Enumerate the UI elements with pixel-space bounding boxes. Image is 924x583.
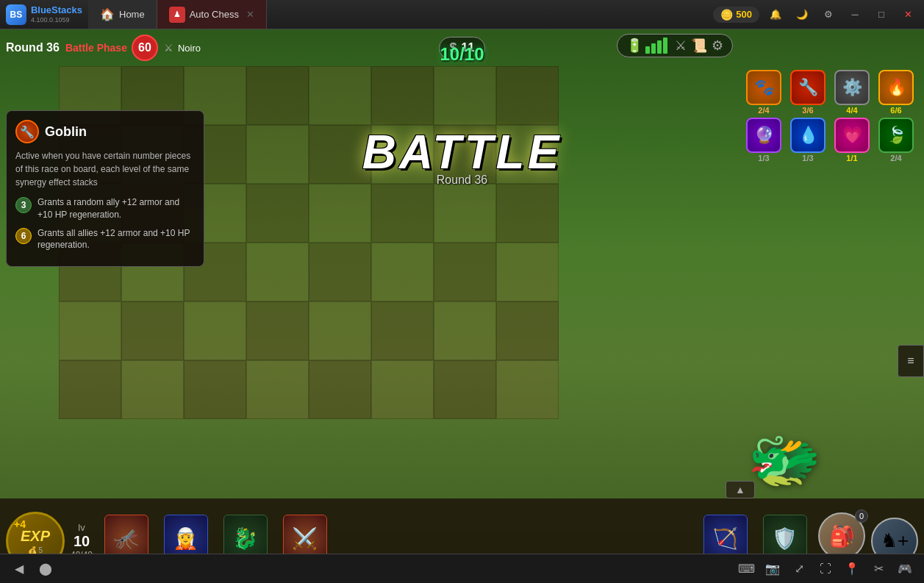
board-cell	[309, 243, 371, 301]
piece-count: 10/10	[440, 44, 484, 65]
battle-overlay: BATTLE Round 36	[362, 125, 562, 187]
minimize-btn[interactable]: ─	[845, 4, 865, 25]
board-cell	[59, 301, 121, 360]
settings-btn[interactable]: ⚙	[818, 4, 839, 25]
board-cell	[309, 184, 371, 243]
exp-label: EXP	[21, 528, 50, 545]
coins-display: 🪙 500	[713, 7, 759, 23]
screenshot-button[interactable]: 📷	[762, 559, 783, 579]
synergy-healer-icon: 💗	[834, 118, 870, 153]
home-icon: 🏠	[100, 7, 115, 21]
swords-icon: ⚔	[675, 37, 687, 54]
gamepad-button[interactable]: 🎮	[895, 559, 915, 579]
collapse-button[interactable]: ▲	[726, 481, 755, 498]
synergy-healer-count: 1/1	[846, 154, 857, 162]
board-cell	[246, 125, 309, 184]
board-cell	[184, 360, 246, 419]
board-cell	[496, 66, 559, 125]
inventory-count: 0	[855, 509, 868, 523]
close-btn[interactable]: ✕	[898, 4, 918, 25]
board-cell	[496, 360, 559, 419]
synergy-beast[interactable]: 🐾 2/4	[743, 70, 784, 115]
back-button[interactable]: ◀	[9, 559, 29, 579]
goblin-panel: 🔧 Goblin Active when you have certain nu…	[6, 110, 204, 267]
coin-icon-exp: 💰	[28, 546, 37, 554]
resize-button[interactable]: ⤢	[789, 559, 809, 579]
map-pin-button[interactable]: 📍	[842, 559, 862, 579]
synergy-druid-count: 2/4	[890, 154, 901, 162]
board-cell	[246, 360, 309, 419]
effect-num-3: 3	[15, 197, 32, 213]
theme-btn[interactable]: 🌙	[792, 4, 812, 25]
battle-text: BATTLE	[362, 125, 562, 179]
board-cell	[121, 360, 184, 419]
effect-num-6: 6	[15, 228, 32, 244]
board-cell	[184, 301, 246, 360]
cut-button[interactable]: ✂	[868, 559, 889, 579]
sidebar-toggle-button[interactable]: ≡	[898, 345, 924, 377]
synergy-mech-icon: ⚙️	[834, 70, 870, 105]
taskbar: ◀ ⬤ ⌨ 📷 ⤢ ⛶ 📍 ✂ 🎮	[0, 554, 924, 583]
synergy-beast-count: 2/4	[758, 106, 769, 115]
bluestacks-logo: BS BlueStacks 4.100.0.1059	[0, 4, 88, 25]
exp-plus-label: +4	[14, 518, 26, 530]
maximize-btn[interactable]: □	[871, 4, 892, 25]
titlebar-right: 🪙 500 🔔 🌙 ⚙ ─ □ ✕	[713, 4, 924, 25]
scroll-icon: 📜	[691, 37, 707, 54]
goblin-panel-header: 🔧 Goblin	[15, 120, 195, 143]
fullscreen-button[interactable]: ⛶	[815, 559, 836, 579]
battle-phase: Battle Phase 60	[65, 35, 158, 61]
notification-btn[interactable]: 🔔	[765, 4, 786, 25]
synergy-healer[interactable]: 💗 1/1	[831, 118, 873, 162]
board-cell	[309, 360, 371, 419]
coin-icon: 🪙	[720, 9, 733, 21]
tab-autochess[interactable]: ♟ Auto Chess ✕	[157, 0, 267, 29]
board-cell	[309, 301, 371, 360]
synergy-druid-icon: 🍃	[878, 118, 914, 153]
board-cell	[246, 243, 309, 301]
level-number: 10	[74, 533, 90, 550]
board-cell	[434, 184, 496, 243]
bluestacks-text: BlueStacks 4.100.0.1059	[31, 4, 82, 24]
level-prefix: lv	[78, 522, 85, 533]
synergy-warrior[interactable]: 🔥 6/6	[875, 70, 917, 115]
synergy-mech[interactable]: ⚙️ 4/4	[831, 70, 873, 115]
synergy-mage-icon: 🔮	[746, 118, 781, 153]
synergy-panel: 🐾 2/4 🔧 3/6 ⚙️ 4/4 🔥 6/6 🔮	[743, 70, 917, 162]
title-bar: BS BlueStacks 4.100.0.1059 🏠 Home ♟ Auto…	[0, 0, 924, 29]
goblin-effect-3: 3 Grants a random ally +12 armor and +10…	[15, 196, 195, 221]
close-tab-icon[interactable]: ✕	[246, 9, 254, 20]
board-cell	[371, 184, 434, 243]
keyboard-button[interactable]: ⌨	[736, 559, 756, 579]
synergy-mage[interactable]: 🔮 1/3	[743, 118, 784, 162]
board-cell	[496, 301, 559, 360]
dragon-mascot: 🐲	[748, 426, 821, 495]
hp-bar-display: 🔋 ⚔ 📜 ⚙	[617, 34, 733, 57]
board-cell	[246, 184, 309, 243]
effect-3-text: Grants a random ally +12 armor and +10 H…	[37, 196, 195, 221]
board-cell	[496, 243, 559, 301]
sword-icon: ⚔	[164, 42, 173, 54]
board-cell	[434, 66, 496, 125]
goblin-description: Active when you have certain number piec…	[15, 149, 195, 189]
synergy-warrior-count: 6/6	[890, 106, 901, 115]
home-button[interactable]: ⬤	[35, 559, 56, 579]
bar-3	[657, 40, 662, 54]
tab-home[interactable]: 🏠 Home	[88, 0, 157, 29]
timer-circle: 60	[132, 35, 158, 61]
board-cell	[59, 360, 121, 419]
board-cell	[371, 66, 434, 125]
signal-bars	[645, 37, 667, 54]
synergy-druid[interactable]: 🍃 2/4	[875, 118, 917, 162]
synergy-water[interactable]: 💧 1/3	[787, 118, 828, 162]
board-cell	[246, 301, 309, 360]
autochess-icon: ♟	[169, 7, 185, 23]
synergy-warrior-icon: 🔥	[878, 70, 914, 105]
synergy-goblin[interactable]: 🔧 3/6	[787, 70, 828, 115]
synergy-mech-count: 4/4	[846, 106, 857, 115]
board-cell	[496, 184, 559, 243]
game-area: Round 36 Battle Phase 60 ⚔ Noiro $ 11 🔋	[0, 29, 924, 583]
battle-phase-label: Battle Phase	[65, 42, 127, 54]
board-cell	[434, 301, 496, 360]
goblin-race-icon: 🔧	[15, 120, 39, 143]
